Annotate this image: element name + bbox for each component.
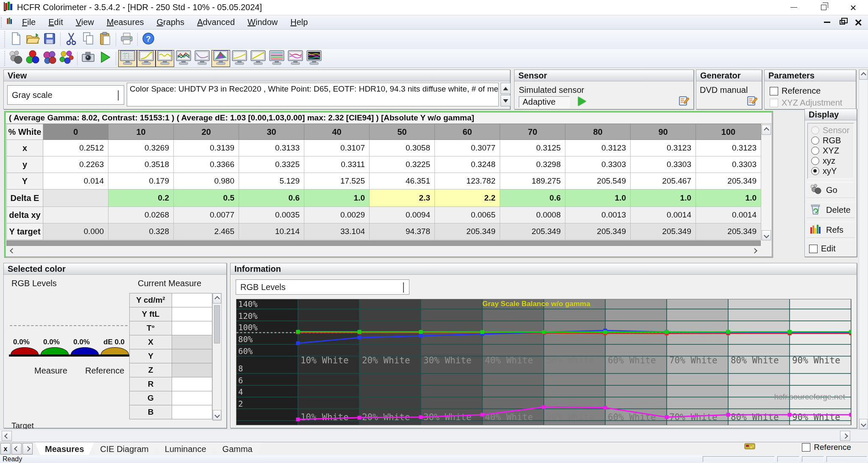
- value-cell[interactable]: 94.378: [370, 223, 435, 240]
- value-cell[interactable]: 0.3269: [108, 140, 174, 156]
- tab-luminance[interactable]: Luminance: [155, 442, 217, 455]
- menu-view[interactable]: View: [70, 17, 100, 27]
- column-header-60[interactable]: 60: [435, 124, 500, 140]
- display-option-xyz[interactable]: xyz: [811, 156, 854, 166]
- tab-measures[interactable]: Measures: [35, 442, 94, 455]
- copy-button[interactable]: [80, 31, 97, 47]
- value-cell[interactable]: 2.465: [174, 223, 239, 240]
- reference-checkbox-row[interactable]: Reference: [770, 86, 821, 96]
- sensor-configure-button[interactable]: [677, 94, 691, 109]
- profile-colors-button[interactable]: [58, 50, 75, 67]
- value-cell[interactable]: 0.6: [239, 190, 304, 207]
- value-cell[interactable]: 205.349: [696, 223, 761, 240]
- column-header-30[interactable]: 30: [239, 124, 304, 140]
- mdi-restore-button[interactable]: [840, 20, 845, 25]
- value-cell[interactable]: 0.3133: [239, 140, 304, 156]
- info-scroll-up-button[interactable]: [501, 83, 511, 94]
- value-cell[interactable]: 0.0268: [108, 207, 174, 223]
- information-view-select[interactable]: RGB Levels: [236, 279, 409, 295]
- go-button[interactable]: Go: [807, 182, 855, 198]
- new-file-button[interactable]: [7, 31, 24, 47]
- refs-button[interactable]: Refs: [807, 222, 855, 238]
- value-cell[interactable]: 0.3123: [696, 140, 761, 156]
- value-cell[interactable]: 33.104: [304, 223, 370, 240]
- display-option-rgb[interactable]: RGB: [811, 135, 854, 145]
- menu-edit[interactable]: Edit: [42, 17, 69, 27]
- measure-row-value[interactable]: [172, 405, 212, 419]
- view-dark-multichart-button[interactable]: [305, 50, 323, 67]
- value-cell[interactable]: 0.3298: [500, 156, 565, 173]
- tab-gamma[interactable]: Gamma: [212, 442, 263, 455]
- menu-help[interactable]: Help: [284, 17, 314, 27]
- value-cell[interactable]: 0.3125: [500, 140, 565, 156]
- value-cell[interactable]: 0.179: [108, 173, 174, 190]
- hscroll-thumb[interactable]: [6, 240, 761, 246]
- value-cell[interactable]: 0.014: [43, 173, 108, 190]
- view-measures-grid-button[interactable]: [118, 50, 137, 67]
- value-cell[interactable]: 205.349: [696, 173, 761, 190]
- value-cell[interactable]: 0.000: [43, 223, 108, 240]
- value-cell[interactable]: 17.525: [304, 173, 370, 190]
- menu-file[interactable]: File: [16, 17, 42, 27]
- view-line-chart-1-button[interactable]: [230, 50, 249, 67]
- tab-scroll-right-button[interactable]: [22, 443, 33, 455]
- snapshot-camera-button[interactable]: [80, 50, 97, 67]
- value-cell[interactable]: 1.0: [631, 190, 696, 207]
- value-cell[interactable]: 205.349: [565, 223, 631, 240]
- delete-button[interactable]: Delete: [807, 202, 855, 218]
- measure-scroll-down-button[interactable]: [213, 410, 221, 420]
- value-cell[interactable]: 0.0008: [500, 207, 565, 223]
- value-cell[interactable]: 0.5: [174, 190, 239, 207]
- value-cell[interactable]: 0.2: [108, 190, 174, 207]
- value-cell[interactable]: 0.0029: [304, 207, 370, 223]
- value-cell[interactable]: [43, 207, 108, 223]
- measure-table-scrollbar[interactable]: [212, 293, 222, 421]
- value-cell[interactable]: 205.349: [631, 223, 696, 240]
- value-cell[interactable]: 0.3077: [435, 140, 500, 156]
- paste-button[interactable]: [97, 31, 114, 47]
- column-header-100[interactable]: 100: [696, 124, 761, 140]
- table-scroll-up-button[interactable]: [762, 125, 771, 135]
- measure-row-value[interactable]: [172, 321, 212, 335]
- info-scroll-down-button[interactable]: [501, 95, 511, 106]
- value-cell[interactable]: 0.3139: [174, 140, 239, 156]
- menu-measures[interactable]: Measures: [100, 17, 150, 27]
- mdi-minimize-button[interactable]: [824, 22, 830, 23]
- value-cell[interactable]: 0.3123: [631, 140, 696, 156]
- main-scroll-left-button[interactable]: [2, 431, 12, 441]
- save-file-button[interactable]: [41, 31, 58, 47]
- column-header-70[interactable]: 70: [500, 124, 565, 140]
- value-cell[interactable]: 1.0: [304, 190, 370, 207]
- value-cell[interactable]: 205.349: [500, 223, 565, 240]
- view-rgb-levels-button[interactable]: [156, 50, 174, 67]
- value-cell[interactable]: 0.0014: [631, 207, 696, 223]
- menu-advanced[interactable]: Advanced: [191, 17, 241, 27]
- bottom-reference-row[interactable]: Reference: [802, 443, 851, 452]
- column-header-20[interactable]: 20: [174, 124, 239, 140]
- sensor-start-button[interactable]: [578, 97, 586, 106]
- value-cell[interactable]: 0.980: [174, 173, 239, 190]
- value-cell[interactable]: 0.0065: [435, 207, 500, 223]
- menu-window[interactable]: Window: [241, 17, 284, 27]
- colorspace-info-box[interactable]: Color Space: UHDTV P3 in Rec2020 , White…: [127, 83, 499, 106]
- value-cell[interactable]: 0.3518: [108, 156, 174, 173]
- value-cell[interactable]: 2.3: [370, 190, 435, 207]
- value-cell[interactable]: 5.129: [239, 173, 304, 190]
- window-close-button[interactable]: ×: [838, 0, 868, 15]
- value-cell[interactable]: 0.2263: [43, 156, 108, 173]
- generator-colors-button[interactable]: [41, 50, 58, 67]
- sensor-rgb-balls-button[interactable]: [24, 50, 41, 67]
- value-cell[interactable]: 2.2: [435, 190, 500, 207]
- measure-row-value[interactable]: [172, 335, 212, 349]
- value-cell[interactable]: 189.275: [500, 173, 565, 190]
- rgb-levels-chart[interactable]: 140%120%100%80%60%864210% White20% White…: [236, 299, 851, 425]
- cut-button[interactable]: [63, 31, 80, 47]
- generator-configure-button[interactable]: [746, 94, 759, 109]
- column-header-40[interactable]: 40: [304, 124, 370, 140]
- value-cell[interactable]: 0.0077: [174, 207, 239, 223]
- print-button[interactable]: [118, 31, 135, 47]
- value-cell[interactable]: 0.3107: [304, 140, 370, 156]
- value-cell[interactable]: 0.3366: [174, 156, 239, 173]
- measure-row-value[interactable]: [172, 349, 212, 363]
- table-vertical-scrollbar[interactable]: [762, 125, 771, 240]
